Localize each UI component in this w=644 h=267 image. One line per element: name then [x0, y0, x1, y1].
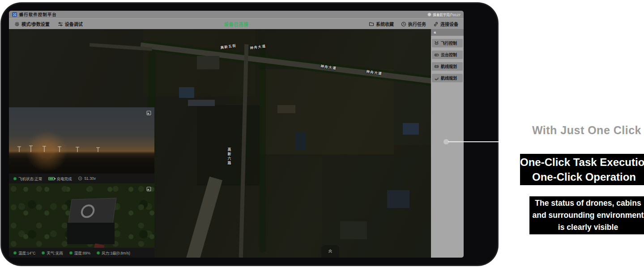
mode-settings-label: 模式/参数设置: [21, 21, 50, 27]
map-road-diagonal: [141, 42, 461, 87]
map-road-label: 神舟大道: [320, 64, 337, 71]
connect-device-label: 连接设备: [440, 21, 458, 27]
collapse-chevron-icon: «: [434, 30, 436, 35]
status-dot-icon: [42, 251, 45, 254]
marketing-secondary-line3: is clearly visible: [529, 221, 644, 233]
route-icon: [434, 76, 439, 81]
map-building: [387, 190, 409, 208]
status-dot-icon: [13, 251, 17, 254]
marketing-primary-line1: One-Click Task Execution: [520, 155, 644, 170]
aircraft-state: 飞机状态:正常: [13, 176, 42, 181]
map-building: [340, 221, 367, 239]
system-favorites-label: 系统收藏: [376, 21, 394, 27]
device-debug-button[interactable]: 设备调试: [58, 21, 83, 27]
aircraft-state-label: 飞机状态:正常: [18, 176, 42, 181]
user-name: 蜂巢航宇用户0127: [433, 12, 461, 17]
nest-logo-ring: [80, 204, 95, 218]
status-dot-icon: [69, 251, 73, 254]
marketing-headline: With Just One Click: [532, 124, 641, 137]
nest-video-panel[interactable]: 温度:14°C 天气:无雨 湿度:89% 风力:1级(0.8m/s): [9, 183, 154, 258]
nest-camera-feed: [9, 183, 154, 248]
weather-status-bar: 温度:14°C 天气:无雨 湿度:89% 风力:1级(0.8m/s): [9, 248, 154, 258]
window-title: 蜂行软件控制平台: [19, 12, 57, 17]
window-titlebar: 蜂行软件控制平台 蜂巢航宇用户0127: [9, 11, 464, 18]
marketing-secondary-line2: and surrounding environment: [529, 209, 644, 221]
charge-label: 充电完成: [56, 176, 72, 181]
map-building: [188, 100, 215, 106]
map-road-horizontal: [90, 43, 152, 51]
temperature-state: 温度:14°C: [13, 250, 35, 255]
battery-icon: [48, 177, 55, 180]
sidebar-item-route-planning-1[interactable]: 航线规划: [432, 62, 463, 71]
execute-task-label: 执行任务: [408, 21, 426, 27]
callout-line: [448, 141, 499, 142]
map-building: [179, 87, 194, 98]
map-road-label: 高新六路: [226, 148, 231, 165]
humidity-label: 湿度:89%: [74, 250, 90, 255]
weather-label: 天气:无雨: [47, 250, 63, 255]
pip-swap-icon[interactable]: [146, 186, 152, 191]
map-road-label: 神舟大道: [249, 43, 266, 51]
system-favorites-button[interactable]: 系统收藏: [369, 21, 394, 27]
map-road-light: [185, 177, 222, 258]
wind-turbine: [30, 146, 31, 152]
mode-settings-button[interactable]: 模式/参数设置: [14, 21, 50, 27]
content-area: 高新五街 神舟大道 神舟大道 神舟大道 高新六路: [9, 29, 464, 258]
wind-turbine: [59, 147, 60, 152]
link-icon: [433, 21, 439, 27]
wind-turbine: [44, 146, 45, 152]
user-badge[interactable]: 蜂巢航宇用户0127: [427, 12, 461, 17]
controller-icon: [434, 64, 439, 69]
weather-state: 天气:无雨: [42, 250, 63, 255]
voltage-state: 51.30v: [78, 176, 96, 181]
promo-canvas: 蜂行软件控制平台 蜂巢航宇用户0127 模式/参数设置 设备调试: [0, 0, 644, 267]
nest-top-face: [68, 198, 117, 225]
voltage-icon: [78, 176, 82, 181]
toolbar-left-group: 模式/参数设置 设备调试: [14, 21, 83, 27]
app-screen: 蜂行软件控制平台 蜂巢航宇用户0127 模式/参数设置 设备调试: [9, 11, 464, 258]
user-avatar: [427, 13, 431, 17]
wind-state: 风力:1级(0.8m/s): [97, 250, 130, 255]
wind-turbine: [98, 148, 98, 152]
marketing-secondary-line1: The status of drones, cabins: [529, 197, 644, 209]
charge-state: 充电完成: [48, 176, 72, 181]
sidebar-item-route-planning-2[interactable]: 航线规划: [432, 74, 463, 82]
connect-device-button[interactable]: 连接设备: [433, 21, 458, 27]
tablet-device: 蜂行软件控制平台 蜂巢航宇用户0127 模式/参数设置 设备调试: [1, 3, 498, 266]
humidity-state: 湿度:89%: [69, 250, 90, 255]
drone-video-panel[interactable]: 飞机状态:正常 充电完成 51.30v: [9, 107, 154, 183]
gear-icon: [14, 21, 20, 27]
map-road-label: 神舟大道: [366, 69, 382, 76]
wind-turbine: [77, 147, 78, 152]
map-terrain-patch: [260, 69, 394, 154]
drone-status-bar: 飞机状态:正常 充电完成 51.30v: [9, 174, 154, 183]
chevrons-up-icon: [327, 248, 334, 254]
map-road-label: 高新五街: [220, 43, 236, 50]
sidebar-item-label: 云台控制: [441, 52, 457, 58]
wind-turbine: [19, 147, 20, 152]
sidebar-item-gimbal-control[interactable]: 云台控制: [432, 51, 463, 59]
map-building: [197, 56, 219, 69]
sidebar-collapse-button[interactable]: «: [431, 29, 464, 36]
device-debug-label: 设备调试: [65, 21, 83, 27]
map-building: [295, 132, 306, 150]
map-terrain-patch: [322, 154, 439, 258]
drone-nest-box: [66, 199, 117, 245]
drawer-handle[interactable]: [321, 245, 339, 258]
map-road-vertical: [239, 44, 248, 258]
status-dot-icon: [97, 251, 100, 254]
connection-status: 设备已连接: [224, 21, 249, 27]
drone-icon: [434, 41, 439, 46]
status-dot-icon: [13, 177, 17, 180]
toolbar-right-group: 系统收藏 执行任务 连接设备: [369, 21, 458, 27]
app-logo-icon: [12, 12, 17, 17]
marketing-secondary-box: The status of drones, cabins and surroun…: [529, 196, 644, 234]
map-tree-row: [260, 42, 266, 253]
marketing-primary-line2: One-Click Operation: [520, 170, 644, 184]
pip-swap-icon[interactable]: [146, 110, 152, 115]
sidebar-item-flight-control[interactable]: 飞行控制: [432, 39, 463, 47]
nest-front-face: [67, 223, 115, 244]
execute-task-button[interactable]: 执行任务: [401, 21, 426, 27]
map-terrain-patch: [143, 29, 255, 96]
gimbal-icon: [434, 52, 439, 57]
